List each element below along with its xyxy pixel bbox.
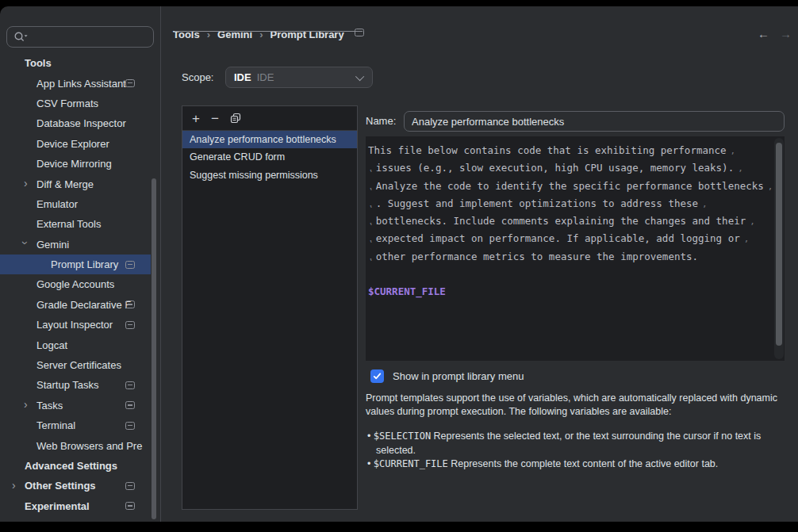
prompt-list-toolbar: + − [182, 106, 357, 131]
prompt-text-line: $CURRENT_FILE [368, 283, 770, 300]
sidebar-item-device-mirroring[interactable]: Device Mirroring [0, 154, 151, 174]
code-text: This file below contains code that is ex… [368, 144, 727, 156]
sidebar-item-tasks[interactable]: ›Tasks [0, 396, 151, 415]
soft-wrap-icon: ‚ [744, 231, 750, 248]
sidebar-item-label: External Tools [36, 218, 101, 230]
sidebar-item-label: Terminal [36, 419, 75, 431]
add-icon[interactable]: + [192, 112, 200, 125]
soft-wrap-icon: ‚ [731, 143, 736, 160]
prompt-list-item[interactable]: Analyze performance bottlenecks [182, 131, 357, 148]
sidebar-item-label: Advanced Settings [25, 460, 117, 472]
duplicate-icon[interactable] [230, 113, 241, 124]
code-text: Analyze the code to identify the specifi… [376, 180, 764, 192]
show-in-menu-row: Show in prompt library menu [370, 369, 524, 383]
sidebar-item-google-accounts[interactable]: Google Accounts [0, 274, 151, 294]
sidebar-scrollbar[interactable] [152, 178, 156, 519]
sidebar-item-logcat[interactable]: Logcat [0, 335, 151, 354]
sidebar-item-label: CSV Formats [36, 98, 98, 109]
bullet-icon: • [367, 431, 374, 442]
variable-description: • $CURRENT_FILE Represents the complete … [367, 457, 783, 472]
sidebar-item-prompt-library[interactable]: Prompt Library [0, 255, 151, 274]
ide-indicator-icon [125, 482, 135, 490]
variables-list: • $SELECTION Represents the selected tex… [367, 430, 783, 472]
back-arrow-icon[interactable]: ← [758, 27, 769, 40]
code-text: bottlenecks. Include comments explaining… [376, 215, 746, 227]
search-icon [13, 31, 29, 43]
sidebar-item-experimental[interactable]: Experimental [0, 496, 151, 516]
code-text: . Suggest and implement optimizations to… [376, 197, 698, 209]
ide-indicator-icon [125, 381, 135, 389]
sidebar-item-label: Gemini [36, 239, 69, 251]
sidebar-item-label: Startup Tasks [36, 379, 99, 391]
sidebar-item-external-tools[interactable]: External Tools [0, 214, 151, 234]
chevron-icon[interactable]: › [12, 480, 16, 491]
sidebar-item-advanced-settings[interactable]: Advanced Settings [0, 456, 151, 476]
settings-tree: ToolsApp Links AssistantCSV FormatsDatab… [0, 53, 151, 516]
prompt-text-line: ‚expected impact on performance. If appl… [368, 230, 770, 247]
name-input[interactable] [404, 111, 785, 132]
ide-indicator-icon [125, 300, 135, 308]
sidebar-item-label: Diff & Merge [36, 178, 94, 190]
code-text: other performance metrics to measure the… [376, 251, 698, 262]
soft-wrap-icon: ‚ [768, 178, 773, 196]
soft-wrap-icon: ‚ [368, 178, 374, 196]
bullet-icon: • [367, 458, 374, 469]
soft-wrap-icon: ‚ [368, 213, 374, 231]
sidebar-item-tools[interactable]: Tools [0, 53, 151, 73]
history-navigation: ← → [758, 27, 792, 40]
sidebar-item-gradle-declarative-f[interactable]: Gradle Declarative F [0, 295, 151, 315]
prompt-list-item[interactable]: Suggest missing permissions [182, 166, 357, 184]
sidebar-item-label: Google Accounts [36, 278, 114, 290]
prompt-list-panel: + − Analyze performance bottlenecksGener… [182, 105, 358, 510]
sidebar-item-csv-formats[interactable]: CSV Formats [0, 94, 151, 113]
sidebar-item-layout-inspector[interactable]: Layout Inspector [0, 315, 151, 335]
chevron-icon[interactable]: › [24, 178, 28, 189]
editor-scrollbar-thumb[interactable] [776, 143, 782, 346]
variable-name: $SELECTION [374, 431, 431, 442]
sidebar-item-gemini[interactable]: ›Gemini [0, 235, 151, 255]
name-label: Name: [366, 115, 396, 127]
sidebar-item-label: Server Certificates [36, 359, 121, 371]
sidebar-item-terminal[interactable]: Terminal [0, 415, 151, 435]
sidebar-item-label: Layout Inspector [36, 319, 113, 331]
search-input[interactable] [6, 26, 154, 48]
show-in-menu-label: Show in prompt library menu [393, 370, 524, 382]
soft-wrap-icon: ‚ [368, 160, 374, 178]
soft-wrap-icon: ‚ [368, 196, 374, 213]
sidebar-item-server-certificates[interactable]: Server Certificates [0, 355, 151, 375]
forward-arrow-icon: → [780, 27, 792, 40]
sidebar-item-label: Database Inspector [36, 117, 126, 129]
prompt-text-line: ‚. Suggest and implement optimizations t… [368, 195, 770, 212]
sidebar-item-database-inspector[interactable]: Database Inspector [0, 113, 151, 133]
sidebar-item-label: Logcat [36, 339, 67, 351]
sidebar-item-label: Prompt Library [51, 258, 118, 270]
sidebar-item-web-browsers-and-pre[interactable]: Web Browsers and Pre [0, 435, 151, 455]
prompt-list-item[interactable]: Generate CRUD form [182, 148, 357, 166]
chevron-icon[interactable]: › [24, 399, 28, 410]
sidebar-item-diff-merge[interactable]: ›Diff & Merge [0, 174, 151, 193]
prompt-text-line: ‚other performance metrics to measure th… [368, 248, 770, 266]
chevron-icon[interactable]: › [20, 241, 31, 245]
ide-indicator-icon [125, 79, 135, 87]
ide-indicator-icon [125, 502, 135, 510]
sidebar-item-label: Gradle Declarative F [36, 299, 131, 311]
prompt-text-line: ‚Analyze the code to identify the specif… [368, 178, 770, 195]
scope-dropdown[interactable]: IDE IDE [225, 67, 373, 88]
sidebar-item-other-settings[interactable]: ›Other Settings [0, 476, 151, 496]
sidebar-item-label: Experimental [25, 500, 90, 512]
sidebar-item-app-links-assistant[interactable]: App Links Assistant [0, 73, 151, 93]
prompt-text-line [368, 266, 770, 283]
sidebar-item-emulator[interactable]: Emulator [0, 194, 151, 214]
ide-indicator-icon [125, 321, 135, 329]
search-history-arrow-icon [25, 35, 28, 36]
sidebar-item-label: Device Mirroring [36, 158, 112, 170]
sidebar-item-device-explorer[interactable]: Device Explorer [0, 134, 151, 154]
prompt-text-lines: This file below contains code that is ex… [368, 142, 770, 301]
show-in-menu-checkbox[interactable] [370, 369, 384, 383]
remove-icon[interactable]: − [211, 112, 219, 125]
code-text: expected impact on performance. If appli… [376, 232, 740, 244]
sidebar-item-startup-tasks[interactable]: Startup Tasks [0, 375, 151, 395]
prompt-text-editor[interactable]: This file below contains code that is ex… [366, 136, 785, 361]
prompt-text-line: ‚issues (e.g., slow execution, high CPU … [368, 159, 770, 177]
soft-wrap-icon: ‚ [750, 213, 755, 231]
